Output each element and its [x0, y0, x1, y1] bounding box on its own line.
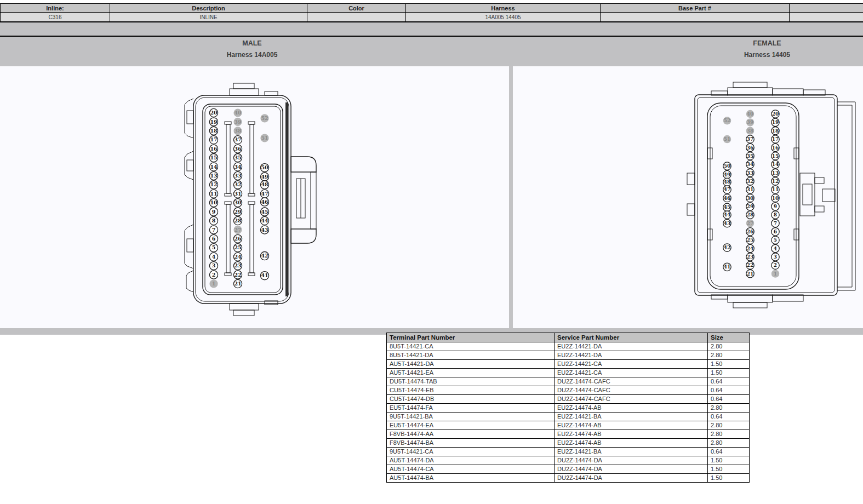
female-pin-46: 46	[723, 194, 731, 202]
svg-text:7: 7	[774, 221, 777, 226]
info-header-harness: Harness	[406, 4, 601, 13]
terminal-table-header-row: Terminal Part Number Service Part Number…	[387, 333, 750, 342]
female-pin-2: 2	[771, 261, 779, 269]
terminal-header-service: Service Part Number	[555, 333, 708, 342]
female-pin-15: 15	[771, 152, 779, 160]
table-row: F8VB-14474-AAEU2Z-14474-AB2.80	[387, 430, 750, 439]
svg-text:39: 39	[234, 119, 242, 125]
male-pin-4: 4	[209, 253, 218, 261]
table-cell: 8U5T-14421-DA	[387, 351, 555, 360]
table-cell: EU2Z-14421-DA	[555, 351, 708, 360]
table-cell: EU2Z-14474-AB	[555, 404, 708, 413]
svg-text:38: 38	[747, 128, 754, 134]
svg-text:3: 3	[212, 262, 216, 268]
male-pin-19: 19	[209, 118, 218, 126]
svg-text:38: 38	[234, 128, 242, 134]
female-pin-25: 25	[746, 236, 754, 244]
female-pin-28: 28	[746, 211, 754, 219]
svg-text:42: 42	[261, 253, 268, 259]
svg-text:9: 9	[212, 209, 216, 215]
male-pin-42: 42	[260, 251, 268, 260]
female-pin-8: 8	[771, 211, 779, 219]
male-pin-41: 41	[260, 272, 268, 280]
svg-text:40: 40	[747, 111, 754, 117]
svg-text:51: 51	[261, 135, 268, 141]
male-pin-51: 51	[260, 134, 268, 142]
connector-pinout-page: Inline: Description Color Harness Base P…	[0, 0, 863, 504]
male-pin-37: 37	[233, 136, 242, 144]
info-header-color: Color	[307, 4, 406, 13]
info-value-inline: C316	[1, 13, 110, 21]
table-cell: DU2Z-14474-CAFC	[555, 377, 708, 386]
section-header-band: MALE Harness 14A005 FEMALE Harness 14405	[0, 37, 863, 66]
svg-text:43: 43	[261, 227, 268, 233]
table-cell: 2.80	[708, 439, 750, 448]
connector-info-table: Inline: Description Color Harness Base P…	[0, 3, 863, 23]
female-pin-42: 42	[723, 244, 731, 251]
svg-text:5: 5	[212, 244, 216, 250]
male-pins: 2019181716151413121110987654321403938373…	[209, 108, 268, 288]
female-pin-23: 23	[746, 253, 754, 261]
table-row: EU5T-14474-FAEU2Z-14474-AB2.80	[387, 404, 750, 413]
svg-text:49: 49	[724, 172, 731, 177]
svg-text:45: 45	[261, 209, 268, 215]
table-cell: 2.80	[708, 342, 750, 351]
svg-text:6: 6	[774, 229, 777, 234]
info-header-spare	[790, 4, 863, 13]
female-pin-10: 10	[771, 194, 779, 202]
male-pin-21: 21	[233, 279, 242, 288]
table-cell: EU2Z-14474-AB	[555, 421, 708, 430]
male-pin-25: 25	[233, 244, 242, 252]
male-pin-52: 52	[260, 114, 268, 122]
svg-text:25: 25	[747, 237, 754, 243]
svg-text:3: 3	[774, 254, 777, 260]
svg-text:36: 36	[747, 145, 754, 151]
male-pin-50: 50	[260, 164, 268, 172]
svg-text:24: 24	[747, 246, 754, 251]
svg-text:22: 22	[747, 262, 754, 268]
svg-text:31: 31	[747, 187, 754, 192]
female-pin-38: 38	[746, 127, 754, 135]
svg-text:16: 16	[210, 146, 218, 152]
male-pin-10: 10	[209, 199, 218, 207]
svg-text:16: 16	[772, 145, 779, 151]
svg-text:10: 10	[210, 199, 218, 205]
svg-text:24: 24	[234, 254, 242, 260]
table-cell: 9U5T-14421-BA	[387, 413, 555, 421]
male-pin-44: 44	[260, 216, 268, 225]
male-pin-3: 3	[209, 262, 218, 270]
female-pin-5: 5	[771, 236, 779, 244]
table-row: CU5T-14474-EBDU2Z-14474-CAFC0.64	[387, 386, 750, 395]
male-pin-29: 29	[233, 208, 242, 216]
female-pin-24: 24	[746, 244, 754, 252]
info-header-description: Description	[110, 4, 307, 13]
table-cell: EU2Z-14421-CA	[555, 369, 708, 377]
svg-text:11: 11	[210, 191, 217, 197]
info-header-inline: Inline:	[1, 4, 110, 13]
table-cell: DU2Z-14474-DA	[555, 465, 708, 474]
female-pin-13: 13	[771, 169, 779, 176]
info-header-base-part: Base Part #	[601, 4, 790, 13]
male-connector-rails	[225, 122, 255, 276]
panel-divider	[509, 66, 513, 328]
male-section-label: MALE Harness 14A005	[156, 37, 348, 59]
female-pin-33: 33	[746, 169, 754, 176]
svg-text:36: 36	[234, 146, 242, 152]
female-pin-32: 32	[746, 177, 754, 185]
male-pin-20: 20	[209, 108, 218, 117]
female-pin-4: 4	[771, 244, 779, 252]
svg-text:28: 28	[234, 217, 242, 224]
svg-text:27: 27	[234, 227, 241, 233]
female-pin-47: 47	[723, 186, 731, 193]
svg-text:52: 52	[724, 118, 731, 123]
svg-text:18: 18	[772, 128, 779, 134]
info-value-harness: 14A005 14405	[406, 13, 601, 21]
table-row: F8VB-14474-BAEU2Z-14474-AB2.80	[387, 439, 750, 448]
svg-text:14: 14	[772, 162, 779, 167]
svg-text:46: 46	[261, 199, 268, 205]
svg-text:19: 19	[772, 119, 779, 125]
svg-text:13: 13	[210, 173, 217, 179]
male-pin-8: 8	[209, 216, 218, 225]
svg-text:30: 30	[747, 196, 754, 201]
female-pin-37: 37	[746, 135, 754, 143]
